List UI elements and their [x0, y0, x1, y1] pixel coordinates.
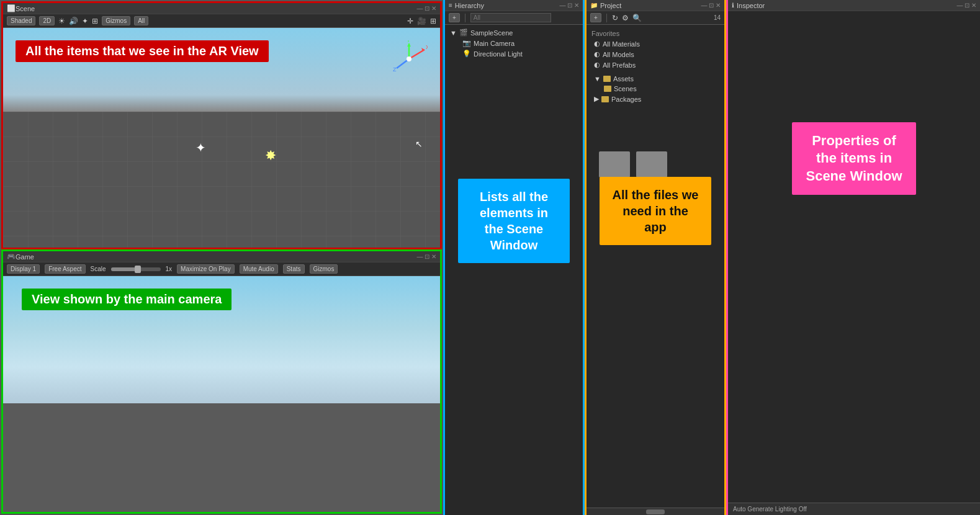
scene-move-icon: ✛ — [407, 17, 413, 25]
aspect-dropdown[interactable]: Free Aspect — [45, 264, 85, 274]
game-window-icon: 🎮 — [7, 253, 16, 261]
scenes-folder-item[interactable]: Scenes — [591, 84, 719, 94]
assets-folder-label: Assets — [613, 75, 634, 83]
scenes-folder-label: Scenes — [614, 85, 637, 92]
packages-expand-arrow: ▶ — [594, 95, 599, 103]
project-search-icon[interactable]: 🔍 — [632, 14, 642, 22]
scene-grid-icon: ⊞ — [430, 17, 436, 25]
auto-generate-bar: Auto Generate Lighting Off — [728, 503, 980, 515]
game-window-controls: — ⊡ ✕ — [416, 253, 436, 260]
svg-text:Z: Z — [393, 66, 397, 73]
scene-name: SampleScene — [470, 29, 513, 37]
cursor-dot: ✦ — [196, 140, 206, 155]
project-toolbar: + ↻ ⚙ 🔍 14 — [587, 11, 724, 25]
scene-expand-arrow: ▼ — [450, 29, 457, 37]
scene-window-title: Scene — [16, 5, 35, 12]
all-prefabs-label: All Prefabs — [603, 61, 636, 69]
sun-icon: ✸ — [265, 148, 276, 164]
maximize-on-play-button[interactable]: Maximize On Play — [177, 264, 235, 274]
models-icon: ◐ — [594, 50, 600, 58]
scene-extra-icon: ⊞ — [92, 17, 98, 25]
project-icon: 📁 — [590, 2, 598, 9]
hierarchy-search-input[interactable] — [470, 13, 551, 22]
hierarchy-content: ▼ 🎬 SampleScene 📷 Main Camera 💡 Directio… — [445, 25, 583, 515]
svg-line-0 — [409, 50, 425, 59]
auto-generate-text: Auto Generate Lighting Off — [733, 506, 807, 513]
display-dropdown[interactable]: Display 1 — [7, 264, 40, 274]
mode-2d-button[interactable]: 2D — [39, 16, 55, 25]
hierarchy-tree: ▼ 🎬 SampleScene 📷 Main Camera 💡 Directio… — [447, 27, 580, 59]
scene-ground — [3, 112, 440, 248]
project-panel: 📁 Project — ⊡ ✕ + ↻ ⚙ 🔍 14 Favorites ◐ A… — [585, 0, 726, 515]
main-camera-item[interactable]: 📷 Main Camera — [447, 38, 580, 48]
project-scrollbar[interactable] — [587, 508, 724, 515]
scenes-folder-big-icon — [636, 151, 667, 177]
packages-folder-item[interactable]: ▶ Packages — [591, 94, 719, 104]
mouse-cursor-indicator: ↖ — [415, 139, 423, 149]
project-description-text: All the files we need in the app — [613, 188, 699, 234]
gizmo-axes: X Y Z — [390, 40, 428, 78]
hierarchy-icon: ≡ — [449, 2, 452, 9]
inspector-title-bar: ℹ Inspector — ⊡ ✕ — [728, 0, 980, 11]
inspector-content: Properties of the items in Scene Window — [728, 11, 980, 503]
svg-point-6 — [407, 56, 411, 61]
prefabs-icon: ◐ — [594, 61, 600, 69]
scene-window-controls: — ⊡ ✕ — [416, 5, 436, 12]
camera-icon: 📷 — [462, 39, 471, 47]
inspector-title: Inspector — [737, 2, 765, 9]
hierarchy-panel: ≡ Hierarchy — ⊡ ✕ + ▼ 🎬 SampleScene 📷 Ma… — [443, 0, 585, 515]
assets-folder-item[interactable]: ▼ Assets — [591, 74, 719, 84]
hierarchy-title: Hierarchy — [455, 2, 484, 9]
hierarchy-description-label: Lists all the elements in the Scene Wind… — [458, 179, 570, 263]
project-item-count: 14 — [714, 14, 721, 21]
stats-button[interactable]: Stats — [283, 264, 305, 274]
scale-slider[interactable] — [111, 267, 161, 271]
scenes-folder-icon — [604, 86, 611, 92]
directional-light-item[interactable]: 💡 Directional Light — [447, 48, 580, 59]
directional-light-label: Directional Light — [474, 50, 523, 58]
scene-title-bar: ⬜ Scene — ⊡ ✕ — [3, 3, 440, 14]
scene-viewport: All the items that we see in the AR View… — [3, 28, 440, 248]
project-toolbar-sep — [606, 14, 607, 22]
game-title-bar: 🎮 Game — ⊡ ✕ — [3, 251, 440, 262]
gizmos-dropdown[interactable]: Gizmos — [102, 16, 130, 25]
game-ground — [3, 403, 440, 512]
ar-label-banner: All the items that we see in the AR View — [16, 40, 269, 62]
ar-banner-text: All the items that we see in the AR View — [25, 44, 259, 58]
light-icon: 💡 — [462, 50, 471, 58]
project-controls: — ⊡ ✕ — [701, 2, 721, 9]
svg-text:X: X — [426, 44, 428, 50]
hierarchy-description-text: Lists all the elements in the Scene Wind… — [480, 190, 548, 252]
inspector-description-label: Properties of the items in Scene Window — [792, 122, 916, 195]
assets-expand-arrow: ▼ — [594, 75, 601, 83]
toolbar-separator — [465, 14, 465, 22]
scene-root-item[interactable]: ▼ 🎬 SampleScene — [447, 27, 580, 38]
all-materials-item[interactable]: ◐ All Materials — [591, 38, 719, 49]
scene-toolbar: Shaded 2D ☀ 🔊 ✦ ⊞ Gizmos All ✛ 🎥 ⊞ — [3, 14, 440, 28]
all-models-item[interactable]: ◐ All Models — [591, 49, 719, 60]
project-add-button[interactable]: + — [590, 13, 601, 22]
scene-fx-icon: ✦ — [82, 17, 88, 25]
project-description-label: All the files we need in the app — [600, 177, 711, 245]
game-gizmos-dropdown[interactable]: Gizmos — [310, 264, 338, 274]
game-window-title: Game — [16, 253, 34, 261]
project-title: Project — [600, 2, 621, 9]
all-prefabs-item[interactable]: ◐ All Prefabs — [591, 60, 719, 70]
scene-grid — [3, 112, 440, 248]
all-dropdown[interactable]: All — [134, 16, 148, 25]
assets-folder-icon — [603, 76, 611, 82]
game-viewport: View shown by the main camera — [3, 276, 440, 512]
hierarchy-add-button[interactable]: + — [449, 13, 460, 22]
project-scrollbar-thumb[interactable] — [646, 509, 665, 514]
project-refresh-icon[interactable]: ↻ — [612, 14, 618, 22]
project-settings-icon[interactable]: ⚙ — [622, 14, 629, 22]
game-camera-banner: View shown by the main camera — [22, 289, 232, 310]
svg-marker-8 — [407, 43, 411, 47]
all-materials-label: All Materials — [603, 40, 640, 48]
scene-light-icon: ☀ — [58, 17, 65, 25]
scene-window-icon: ⬜ — [7, 4, 16, 12]
packages-folder-label: Packages — [611, 96, 641, 103]
shading-dropdown[interactable]: Shaded — [7, 16, 35, 25]
inspector-icon: ℹ — [732, 2, 734, 9]
mute-audio-button[interactable]: Mute Audio — [240, 264, 278, 274]
